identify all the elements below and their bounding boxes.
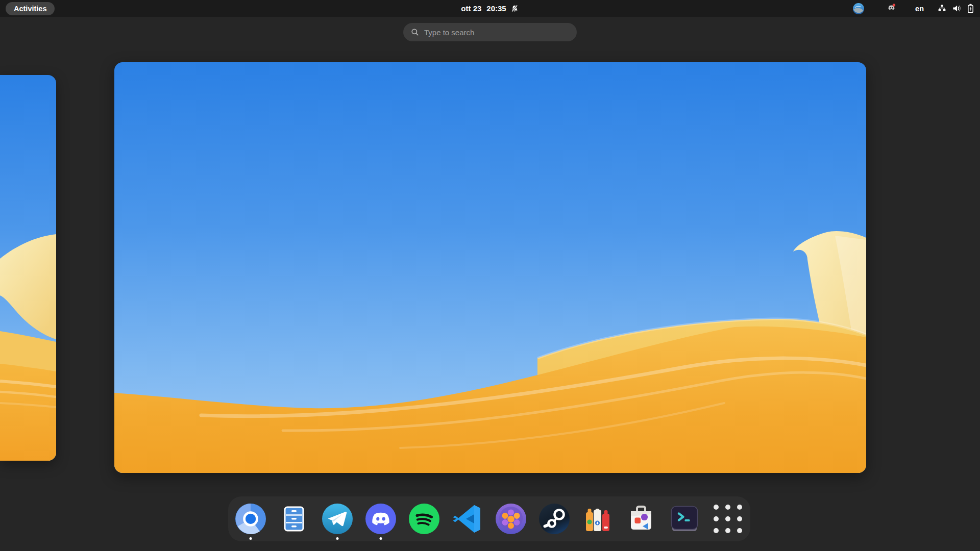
system-tray: en: [852, 0, 974, 17]
discord-icon: [364, 503, 397, 535]
console-icon: [668, 503, 701, 535]
app-grid-dot: [737, 528, 742, 533]
dock-item-discord[interactable]: [364, 503, 397, 535]
dock-item-software[interactable]: [625, 503, 657, 535]
vscode-icon: [451, 503, 484, 535]
wallpaper: [114, 62, 866, 473]
battery-charging-icon[interactable]: [967, 4, 974, 13]
dock-item-telegram[interactable]: [321, 503, 354, 535]
top-bar: Activities ott 23 20:35: [0, 0, 980, 17]
show-apps-button[interactable]: [712, 503, 744, 535]
app-grid-dot: [725, 505, 730, 510]
dock-item-steam[interactable]: [538, 503, 571, 535]
dock-item-molecule-app[interactable]: [495, 503, 527, 535]
clock-date: ott 23: [461, 4, 481, 13]
wired-network-icon[interactable]: [938, 4, 946, 13]
app-grid-dot: [714, 528, 719, 533]
app-grid-dot: [714, 516, 719, 521]
search-input[interactable]: Type to search: [403, 23, 577, 41]
software-store-icon: [625, 503, 657, 535]
volume-icon[interactable]: [952, 4, 962, 13]
bell-muted-icon: [511, 5, 519, 13]
bottles-icon: [581, 503, 614, 535]
running-indicator: [250, 537, 252, 540]
dock-item-vscode[interactable]: [451, 503, 484, 535]
discord-tray-icon[interactable]: [886, 3, 897, 14]
search-placeholder: Type to search: [424, 28, 474, 37]
workspace-preview-main[interactable]: [114, 62, 866, 473]
workspace-preview-left[interactable]: [0, 75, 56, 461]
dock-item-chromium[interactable]: [234, 503, 267, 535]
files-icon: [278, 503, 310, 535]
clock: ott 23 20:35: [461, 4, 506, 13]
app-grid-dot: [737, 516, 742, 521]
dock-item-bottles[interactable]: [581, 503, 614, 535]
running-indicator: [336, 537, 339, 540]
spotify-icon: [408, 503, 440, 535]
activities-button[interactable]: Activities: [6, 2, 55, 15]
search-icon: [411, 28, 419, 36]
app-grid-dot: [725, 528, 730, 533]
app-grid-dot: [714, 505, 719, 510]
keyboard-layout-indicator[interactable]: en: [915, 5, 924, 13]
dash-dock: [228, 496, 750, 541]
app-grid-dot: [737, 505, 742, 510]
dock-item-files[interactable]: [278, 503, 310, 535]
app-grid-dot: [725, 516, 730, 521]
dock-item-console[interactable]: [668, 503, 701, 535]
clock-menu-button[interactable]: ott 23 20:35: [461, 0, 519, 17]
molecule-app-icon: [495, 503, 527, 535]
blue-app-tray-icon[interactable]: [852, 3, 865, 15]
telegram-icon: [321, 503, 354, 535]
steam-icon: [538, 503, 571, 535]
dock-item-spotify[interactable]: [408, 503, 440, 535]
running-indicator: [380, 537, 382, 540]
chromium-icon: [234, 503, 267, 535]
wallpaper: [0, 75, 56, 461]
clock-time: 20:35: [486, 4, 506, 13]
